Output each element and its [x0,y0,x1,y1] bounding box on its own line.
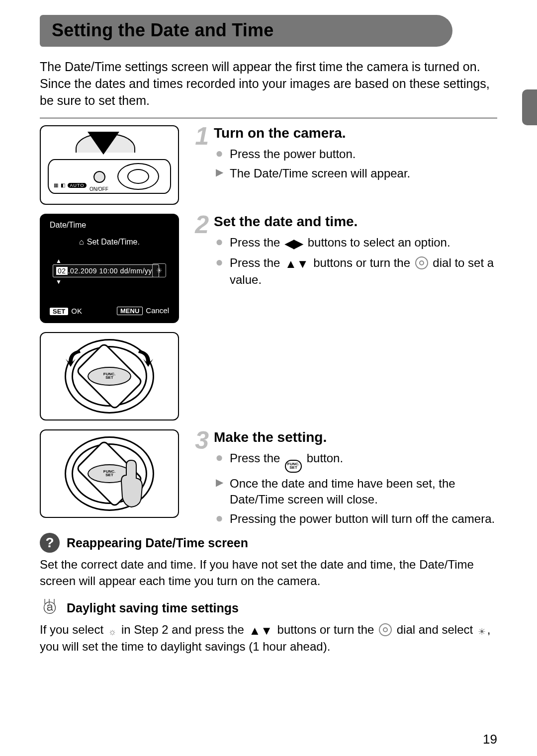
date-highlighted: 02 [56,267,68,275]
lcd-ok: SETOK [50,307,82,315]
caret-up-icon: ▲ [56,257,62,264]
intro-paragraph: The Date/Time settings screen will appea… [40,59,497,109]
step-text: The Date/Time screen will appear. [230,166,410,181]
step-number: 2 [193,214,209,291]
dial-icon [415,256,428,269]
home-icon: ⌂ [79,238,84,247]
curved-arrow-icon [133,348,153,368]
sun-filled-icon: ☀ [478,626,486,638]
power-button-icon [93,171,105,183]
note-title: Daylight saving time settings [67,601,239,615]
step-2: 2 Set the date and time. ● Press the ◀▶ … [193,214,497,291]
step-number: 1 [193,125,209,184]
sun-outline-icon: ☼ [108,626,117,638]
date-rest: .02.2009 10:00 dd/mm/yy [68,267,153,275]
bullet-dot-icon: ● [214,450,225,473]
left-right-arrows-icon: ◀▶ [285,236,303,252]
bullet-dot-icon: ● [214,146,225,162]
note-dst-header: ׀ ׀ ׀ ⓐ Daylight saving time settings [40,598,497,618]
bullet-dot-icon: ● [214,511,225,527]
step-text: Press the ◀▶ buttons to select an option… [230,235,450,252]
question-badge-icon: ? [40,533,60,553]
illus-lcd-screen: Date/Time ⌂Set Date/Time. ▲ 02.02.2009 1… [40,214,179,323]
func-set-icon: FUNC.SET [88,367,131,386]
lcd-message: ⌂Set Date/Time. [41,238,178,247]
illus-control-dial-press: FUNC.SET [40,429,179,518]
lcd-date-field: 02.02.2009 10:00 dd/mm/yy [53,264,159,277]
step-title: Turn on the camera. [214,125,410,141]
bullet-dot-icon: ● [214,235,225,252]
lcd-title: Date/Time [50,221,86,230]
section-title: Setting the Date and Time [52,20,438,41]
tip-bulb-icon: ׀ ׀ ׀ ⓐ [40,598,60,618]
lcd-cancel: MENUCancel [117,306,169,315]
dial-icon [379,623,392,636]
step-text: Press the ▲▼ buttons or turn the dial to… [230,255,497,288]
step-title: Set the date and time. [214,214,497,230]
divider [40,118,497,118]
step-1: 1 Turn on the camera. ●Press the power b… [193,125,497,184]
illus-control-dial-arrows: FUNC.SET [40,332,179,420]
step-text: Press the FUNC.SET button. [230,450,343,473]
caret-down-icon: ▼ [56,278,62,285]
onoff-label: ON/OFF [90,186,108,192]
step-text: Pressing the power button will turn off … [230,511,495,527]
illus-camera-top: ON/OFF ▦ ◧ AUTO [40,125,179,205]
note-title: Reappearing Date/Time screen [67,536,248,550]
bullet-play-icon: ▶ [214,166,225,181]
up-down-arrows-icon: ▲▼ [285,256,309,272]
step-text: Once the date and time have been set, th… [230,476,497,508]
mode-icons: ▦ ◧ AUTO [54,182,87,188]
set-badge: SET [50,308,68,315]
step-3: 3 Make the setting. ● Press the FUNC.SET… [193,429,497,530]
side-thumb-tab [522,89,537,125]
note-text: If you select ☼ in Step 2 and press the … [40,622,497,655]
step-text: Press the power button. [230,146,356,162]
step-number: 3 [193,429,209,530]
bullet-dot-icon: ● [214,255,225,288]
menu-badge: MENU [117,307,143,315]
curved-arrow-icon [66,348,86,368]
func-set-button-icon: FUNC.SET [285,460,302,473]
note-reappearing-header: ? Reappearing Date/Time screen [40,533,497,553]
up-down-arrows-icon: ▲▼ [249,623,272,639]
step-title: Make the setting. [214,429,497,445]
bullet-play-icon: ▶ [214,476,225,508]
note-text: Set the correct date and time. If you ha… [40,557,497,589]
arrow-down-icon [88,132,119,158]
page-number: 19 [483,732,497,747]
finger-press-icon [115,458,147,508]
dst-sun-icon: ☀ [152,263,166,277]
section-title-bar: Setting the Date and Time [40,15,452,47]
